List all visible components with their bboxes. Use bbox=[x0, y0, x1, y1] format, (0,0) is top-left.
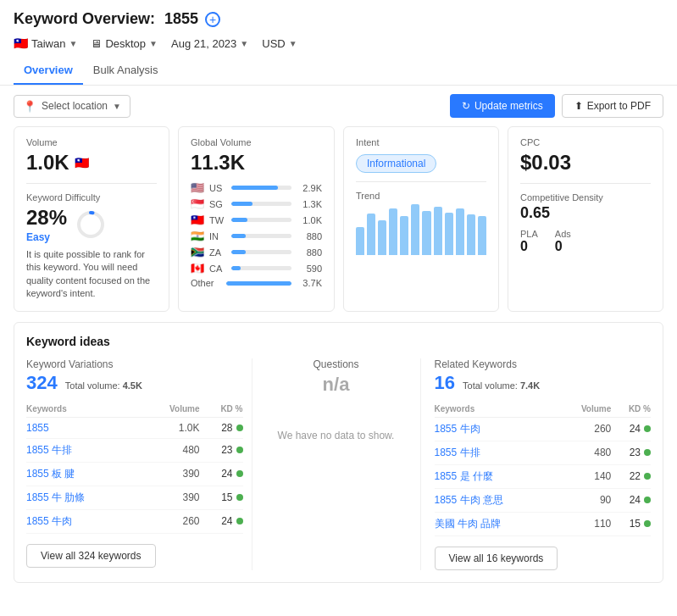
keyword-ideas-title: Keyword ideas bbox=[26, 335, 651, 348]
tab-overview[interactable]: Overview bbox=[14, 57, 83, 85]
related-count: 16 bbox=[435, 372, 455, 393]
trend-bar bbox=[411, 204, 419, 255]
kd-value-row: 28% Easy bbox=[26, 206, 157, 243]
trend-bar bbox=[434, 207, 442, 255]
related-tbody: 1855 牛肉 260 24 1855 牛排 480 23 1855 是 什麼 … bbox=[435, 417, 652, 536]
variations-col-kd: KD % bbox=[199, 401, 242, 418]
cpc-label: CPC bbox=[520, 137, 651, 147]
country-bar bbox=[231, 218, 247, 222]
country-row: 🇹🇼 TW 1.0K bbox=[191, 214, 322, 226]
pla-value: 0 bbox=[520, 239, 538, 254]
kd-description: It is quite possible to rank for this ke… bbox=[26, 248, 157, 301]
page: Keyword Overview: 1855 + 🇹🇼 Taiwan ▼ 🖥 D… bbox=[0, 0, 677, 616]
keyword-link[interactable]: 1855 是 什麼 bbox=[435, 470, 493, 482]
country-code: SG bbox=[209, 199, 226, 209]
keyword-link[interactable]: 1855 牛排 bbox=[26, 444, 72, 456]
intent-badge: Informational bbox=[356, 154, 436, 173]
keyword-link[interactable]: 1855 牛肉 意思 bbox=[435, 494, 503, 506]
variations-column: Keyword Variations 324 Total volume: 4.5… bbox=[26, 358, 252, 570]
country-bar-bg bbox=[231, 250, 291, 254]
export-label: Export to PDF bbox=[587, 100, 651, 112]
kd-value: 28% Easy bbox=[26, 206, 67, 243]
table-row: 1855 牛肉 260 24 bbox=[435, 417, 652, 441]
ads-item: Ads 0 bbox=[555, 229, 571, 254]
trend-bar bbox=[478, 216, 486, 255]
add-keyword-icon[interactable]: + bbox=[205, 12, 220, 27]
keyword-link[interactable]: 1855 牛肉 bbox=[26, 515, 72, 527]
keyword-link[interactable]: 美國 牛肉 品牌 bbox=[435, 518, 502, 530]
comp-density-label: Competitive Density bbox=[520, 192, 651, 203]
global-volume-card: Global Volume 11.3K 🇺🇸 US 2.9K 🇸🇬 SG 1.3… bbox=[178, 126, 335, 312]
trend-bar bbox=[445, 213, 453, 255]
keyword-link[interactable]: 1855 牛排 bbox=[435, 447, 480, 458]
questions-title: Questions bbox=[313, 358, 358, 370]
trend-bar bbox=[389, 208, 397, 255]
device-label: Desktop bbox=[105, 37, 146, 50]
trend-bar bbox=[400, 216, 408, 255]
country-flag-icon: 🇿🇦 bbox=[191, 246, 204, 258]
currency-filter[interactable]: USD ▼ bbox=[262, 37, 297, 50]
country-flag-icon: 🇨🇦 bbox=[191, 262, 204, 275]
trend-bar bbox=[378, 220, 386, 255]
cpc-value: $0.03 bbox=[520, 151, 651, 175]
keyword-link[interactable]: 1855 板 腱 bbox=[26, 468, 75, 480]
ideas-columns: Keyword Variations 324 Total volume: 4.5… bbox=[26, 358, 651, 570]
questions-no-data: We have no data to show. bbox=[278, 430, 395, 441]
keyword-kd: 24 bbox=[199, 462, 242, 486]
country-bar-bg bbox=[231, 234, 291, 238]
keyword-kd: 24 bbox=[611, 417, 651, 441]
table-row: 1855 牛排 480 23 bbox=[435, 441, 652, 464]
keyword-ideas-section: Keyword ideas Keyword Variations 324 Tot… bbox=[14, 322, 663, 583]
export-pdf-button[interactable]: ⬆ Export to PDF bbox=[562, 94, 663, 118]
volume-value: 1.0K 🇹🇼 bbox=[26, 151, 157, 175]
other-value: 3.7K bbox=[297, 278, 322, 288]
variations-count-row: 324 Total volume: 4.5K bbox=[26, 372, 243, 394]
date-filter[interactable]: Aug 21, 2023 ▼ bbox=[171, 37, 248, 50]
country-filter[interactable]: 🇹🇼 Taiwan ▼ bbox=[14, 36, 77, 50]
questions-column: Questions n/a We have no data to show. bbox=[252, 358, 421, 570]
page-title: Keyword Overview: 1855 bbox=[14, 10, 198, 28]
country-row: 🇨🇦 CA 590 bbox=[191, 262, 322, 275]
update-metrics-button[interactable]: ↻ Update metrics bbox=[450, 94, 555, 118]
toolbar-actions: ↻ Update metrics ⬆ Export to PDF bbox=[450, 94, 663, 118]
kd-dot-icon bbox=[236, 494, 243, 501]
table-row: 1855 牛 肋條 390 15 bbox=[26, 486, 243, 509]
keyword-kd: 15 bbox=[199, 486, 242, 509]
trend-chart bbox=[356, 204, 486, 255]
variations-col-volume: Volume bbox=[141, 401, 199, 418]
variations-table: Keywords Volume KD % 1855 1.0K 28 1855 牛… bbox=[26, 401, 243, 534]
keyword-kd: 23 bbox=[611, 441, 651, 464]
country-bar bbox=[231, 234, 246, 238]
global-volume-value: 11.3K bbox=[191, 151, 322, 175]
keyword-volume: 390 bbox=[141, 462, 199, 486]
kd-dot-icon bbox=[644, 425, 651, 432]
country-flag-icon: 🇹🇼 bbox=[191, 214, 204, 226]
keyword-link[interactable]: 1855 牛肉 bbox=[435, 423, 480, 435]
kd-label: Keyword Difficulty bbox=[26, 192, 157, 203]
country-value: 1.0K bbox=[297, 215, 322, 225]
country-flag-icon: 🇮🇳 bbox=[191, 230, 204, 242]
metrics-row: Volume 1.0K 🇹🇼 Keyword Difficulty 28% Ea… bbox=[0, 126, 677, 322]
pla-label: PLA bbox=[520, 229, 538, 239]
kd-dot-icon bbox=[236, 518, 243, 524]
keyword-kd: 22 bbox=[611, 464, 651, 488]
view-all-related-button[interactable]: View all 16 keywords bbox=[435, 547, 558, 570]
trend-section: Trend bbox=[356, 191, 486, 255]
table-row: 1855 牛肉 260 24 bbox=[26, 509, 243, 533]
country-code: CA bbox=[209, 264, 226, 274]
related-table: Keywords Volume KD % 1855 牛肉 260 24 1855… bbox=[435, 401, 652, 536]
keyword-link[interactable]: 1855 bbox=[26, 422, 49, 434]
country-bar-bg bbox=[231, 266, 291, 270]
device-filter[interactable]: 🖥 Desktop ▼ bbox=[91, 37, 158, 50]
ads-label: Ads bbox=[555, 229, 571, 239]
trend-bar bbox=[456, 208, 464, 255]
view-all-variations-button[interactable]: View all 324 keywords bbox=[26, 544, 156, 568]
location-select[interactable]: 📍 Select location ▼ bbox=[14, 95, 130, 118]
variations-volume-val: 4.5K bbox=[123, 380, 142, 391]
keyword-volume: 260 bbox=[558, 417, 611, 441]
variations-title: Keyword Variations bbox=[26, 358, 243, 370]
country-code: TW bbox=[209, 215, 226, 225]
header: Keyword Overview: 1855 + 🇹🇼 Taiwan ▼ 🖥 D… bbox=[0, 0, 677, 86]
keyword-link[interactable]: 1855 牛 肋條 bbox=[26, 491, 85, 503]
tab-bulk-analysis[interactable]: Bulk Analysis bbox=[83, 57, 169, 85]
